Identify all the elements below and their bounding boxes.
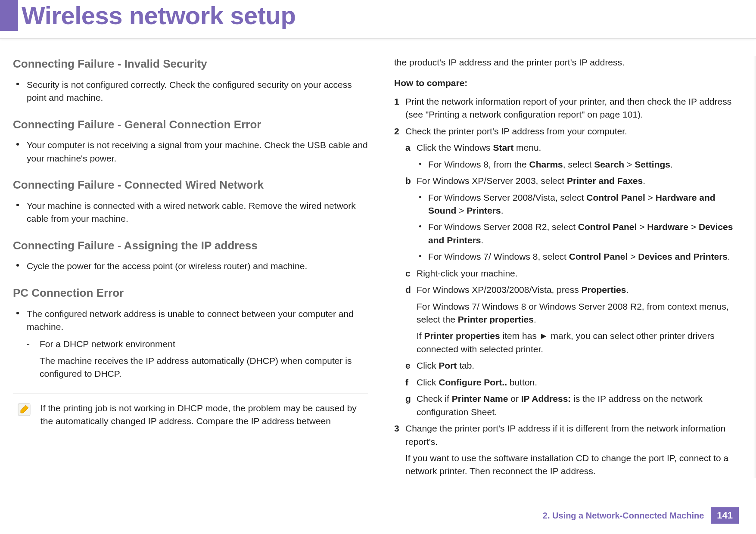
footer-section-label: 2. Using a Network-Connected Machine: [543, 511, 704, 521]
text-run: .: [670, 159, 673, 169]
text-run: , select: [563, 159, 594, 169]
letter-marker: e: [405, 359, 417, 372]
text-run: For Windows 8, from the: [428, 159, 529, 169]
body-text: Change the printer port's IP address if …: [405, 422, 739, 448]
bullet-icon: [419, 163, 421, 165]
page-title: Wireless network setup: [22, 1, 296, 30]
body-text: Your machine is connected with a wired n…: [27, 199, 368, 226]
letter-list: e Click Port tab. f Click Configure Port…: [405, 359, 739, 419]
bullet-list: Your computer is not receiving a signal …: [13, 139, 368, 165]
text-run: Check if: [417, 394, 452, 404]
bold-text: Properties: [581, 285, 626, 295]
letter-list: b For Windows XP/Server 2003, select Pri…: [405, 174, 739, 187]
note-pencil-icon: [16, 402, 32, 417]
body-text: The machine receives the IP address auto…: [40, 354, 368, 381]
bullet-item: The configured network address is unable…: [13, 307, 368, 334]
text-run: or: [508, 394, 521, 404]
body-text: For Windows 7/ Windows 8 or Windows Serv…: [417, 300, 739, 326]
text-run: >: [637, 222, 647, 232]
bullet-item: Your computer is not receiving a signal …: [13, 139, 368, 165]
body-text: Security is not configured correctly. Ch…: [27, 78, 368, 105]
body-text: For Windows Server 2008 R2, select Contr…: [428, 220, 739, 247]
bold-text: Charms: [529, 159, 563, 169]
page-number: 141: [711, 507, 739, 524]
body-text: If you want to use the software installa…: [405, 452, 739, 478]
text-run: For Windows Server 2008 R2, select: [428, 222, 578, 232]
list-item: d For Windows XP/2003/2008/Vista, press …: [405, 283, 739, 296]
list-item: b For Windows XP/Server 2003, select Pri…: [405, 174, 739, 187]
bold-text: IP Address:: [521, 394, 571, 404]
text-run: .: [643, 176, 645, 186]
text-run: .: [481, 235, 484, 245]
bullet-list: Security is not configured correctly. Ch…: [13, 78, 368, 105]
bullet-icon: [16, 264, 19, 267]
bullet-list: Cycle the power for the access point (or…: [13, 260, 368, 273]
divider-shadow: [753, 56, 756, 478]
dash-marker: -: [27, 338, 40, 351]
number-marker: 2: [394, 125, 405, 138]
inner-bullet-list: For Windows 8, from the Charms, select S…: [417, 158, 739, 171]
text-run: For Windows XP/2003/2008/Vista, press: [417, 285, 581, 295]
left-column: Connecting Failure - Invalid Security Se…: [13, 56, 368, 481]
bold-text: Printer properties: [458, 314, 534, 324]
bullet-icon: [419, 255, 421, 257]
bullet-list: Your machine is connected with a wired n…: [13, 199, 368, 226]
bold-text: Settings: [635, 159, 670, 169]
bullet-icon: [16, 143, 19, 146]
note-box: If the printing job is not working in DH…: [13, 394, 368, 428]
text-run: Click the Windows: [417, 143, 493, 152]
number-marker: 3: [394, 422, 405, 448]
section-heading: Connecting Failure - Invalid Security: [13, 56, 368, 72]
text-run: >: [624, 159, 635, 169]
letter-marker: b: [405, 174, 417, 187]
list-item: 1 Print the network information report o…: [394, 95, 739, 121]
list-item: For Windows 8, from the Charms, select S…: [417, 158, 739, 171]
sub-item: - For a DHCP network environment: [27, 338, 368, 351]
bullet-icon: [419, 196, 421, 198]
letter-marker: f: [405, 376, 417, 389]
text-run: For Windows XP/Server 2003, select: [417, 176, 567, 186]
text-run: .: [501, 205, 504, 215]
text-run: >: [688, 222, 699, 232]
number-marker: 1: [394, 95, 405, 121]
body-text: For Windows Server 2008/Vista, select Co…: [428, 191, 739, 217]
body-text: For Windows XP/Server 2003, select Print…: [417, 174, 739, 187]
section-heading: Connecting Failure - General Connection …: [13, 117, 368, 133]
text-run: tab.: [457, 360, 474, 370]
body-text: Check if Printer Name or IP Address: is …: [417, 392, 739, 419]
body-text: Right-click your machine.: [417, 267, 739, 280]
body-text: The configured network address is unable…: [27, 307, 368, 334]
bullet-icon: [16, 83, 19, 85]
body-text: Print the network information report of …: [405, 95, 739, 121]
bold-text: Port: [439, 360, 457, 370]
body-text: Click Configure Port.. button.: [417, 376, 739, 389]
text-run: If: [417, 331, 424, 341]
bold-text: Control Panel: [578, 222, 637, 232]
list-item: e Click Port tab.: [405, 359, 739, 372]
sub-heading: How to compare:: [394, 77, 739, 90]
bold-text: Printer Name: [452, 394, 508, 404]
body-text: If Printer properties item has ► mark, y…: [417, 329, 739, 356]
body-text: Cycle the power for the access point (or…: [27, 260, 368, 273]
body-text: For Windows 7/ Windows 8, select Control…: [428, 250, 739, 263]
page-footer: 2. Using a Network-Connected Machine 141: [543, 507, 739, 524]
bold-text: Hardware: [647, 222, 688, 232]
body-text: the product's IP address and the printer…: [394, 56, 739, 69]
letter-list: a Click the Windows Start menu.: [405, 141, 739, 154]
text-run: Click: [417, 360, 439, 370]
numbered-list: 3 Change the printer port's IP address i…: [394, 422, 739, 448]
text-run: button.: [507, 377, 537, 387]
list-item: 3 Change the printer port's IP address i…: [394, 422, 739, 448]
bullet-item: Your machine is connected with a wired n…: [13, 199, 368, 226]
letter-list: c Right-click your machine. d For Window…: [405, 267, 739, 297]
bullet-icon: [16, 312, 19, 314]
bold-text: Search: [594, 159, 624, 169]
list-item: c Right-click your machine.: [405, 267, 739, 280]
bold-text: Configure Port..: [439, 377, 507, 387]
bullet-list: The configured network address is unable…: [13, 307, 368, 334]
body-text: Click Port tab.: [417, 359, 739, 372]
list-item: g Check if Printer Name or IP Address: i…: [405, 392, 739, 419]
list-item: a Click the Windows Start menu.: [405, 141, 739, 154]
bold-text: Control Panel: [586, 192, 645, 202]
bold-text: Devices and Printers: [638, 251, 728, 261]
